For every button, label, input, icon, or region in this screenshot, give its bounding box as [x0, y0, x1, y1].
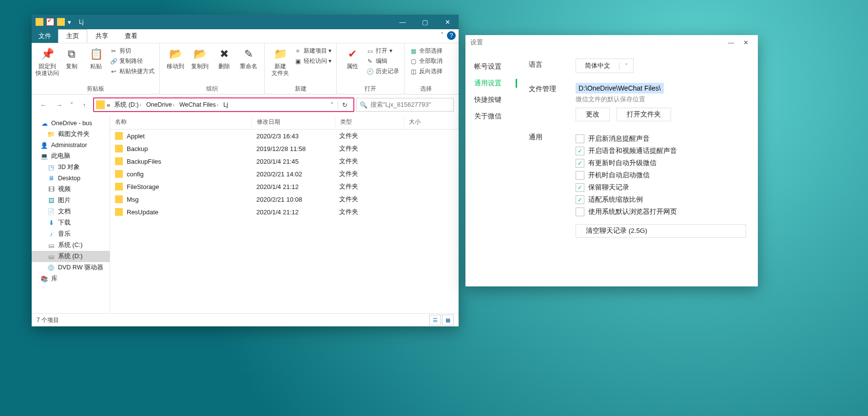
- col-type[interactable]: 类型: [335, 115, 404, 129]
- tree-item[interactable]: 💿DVD RW 驱动器: [32, 262, 110, 273]
- settings-nav-item[interactable]: 帐号设置: [465, 58, 517, 75]
- language-select[interactable]: 简体中文 ˅: [576, 58, 634, 73]
- general-option[interactable]: 开启新消息提醒声音: [576, 134, 746, 143]
- list-row[interactable]: Applet2020/2/3 16:43文件夹: [110, 130, 459, 142]
- delete-button[interactable]: ✖删除: [212, 45, 236, 70]
- select-none-button[interactable]: ▢全部取消: [408, 57, 444, 66]
- general-option[interactable]: ✓适配系统缩放比例: [576, 195, 746, 204]
- settings-nav-item[interactable]: 关于微信: [465, 108, 517, 125]
- easy-access-button[interactable]: ▣轻松访问 ▾: [293, 57, 332, 66]
- close-button[interactable]: ✕: [738, 36, 753, 49]
- tree-item[interactable]: 🖼图片: [32, 195, 110, 206]
- tree-item[interactable]: 🖴系统 (C:): [32, 240, 110, 251]
- pin-quickaccess-button[interactable]: 📌固定到 快速访问: [36, 45, 59, 76]
- general-option[interactable]: ✓有更新时自动升级微信: [576, 159, 746, 168]
- settings-content: 语言 简体中文 ˅ 文件管理 D:\OneDrive\WeChat Files\…: [517, 50, 758, 286]
- close-button[interactable]: ✕: [436, 15, 459, 29]
- col-date[interactable]: 修改日期: [252, 115, 335, 129]
- settings-titlebar[interactable]: 设置 — ✕: [465, 35, 758, 50]
- breadcrumb-path[interactable]: « 系统 (D:)› OneDrive› WeChat Files› Lj ˅ …: [93, 97, 354, 112]
- tree-item[interactable]: 💻此电脑: [32, 151, 110, 162]
- tree-item[interactable]: ♪音乐: [32, 228, 110, 240]
- tree-item-label: 此电脑: [51, 152, 70, 160]
- nav-up-button[interactable]: ↑: [77, 98, 91, 111]
- list-row[interactable]: BackupFiles2020/1/4 21:45文件夹: [110, 155, 459, 168]
- general-option[interactable]: 开机时自动启动微信: [576, 171, 746, 180]
- view-details-button[interactable]: ☰: [429, 315, 441, 325]
- move-to-button[interactable]: 📂移动到: [164, 45, 187, 70]
- nav-forward-button[interactable]: →: [52, 98, 66, 111]
- general-option[interactable]: 使用系统默认浏览器打开网页: [576, 208, 746, 216]
- view-icons-button[interactable]: ▦: [442, 315, 454, 325]
- nav-back-button[interactable]: ←: [37, 98, 50, 111]
- minimize-button[interactable]: —: [724, 36, 738, 49]
- rename-button[interactable]: ✎重命名: [237, 45, 260, 70]
- change-path-button[interactable]: 更改: [576, 108, 610, 121]
- open-folder-button[interactable]: 打开文件夹: [617, 108, 671, 121]
- invert-selection-button[interactable]: ◫反向选择: [408, 67, 444, 76]
- tab-view[interactable]: 查看: [116, 29, 146, 43]
- quick-access-toolbar: ▾: [32, 15, 75, 29]
- refresh-button[interactable]: ↻: [338, 101, 351, 109]
- list-row[interactable]: Backup2019/12/28 11:58文件夹: [110, 142, 459, 155]
- list-row[interactable]: ResUpdate2020/1/4 21:12文件夹: [110, 206, 459, 218]
- settings-title: 设置: [470, 38, 483, 47]
- list-row[interactable]: config2020/2/21 14:02文件夹: [110, 168, 459, 180]
- copy-button[interactable]: ⧉复制: [60, 45, 83, 70]
- breadcrumb-item[interactable]: Lj: [221, 101, 230, 108]
- tab-share[interactable]: 共享: [87, 29, 116, 43]
- tree-item[interactable]: 📚库: [32, 273, 110, 284]
- list-header[interactable]: 名称 修改日期 类型 大小: [110, 115, 459, 130]
- copy-to-button[interactable]: 📂复制到: [188, 45, 212, 70]
- breadcrumb-item[interactable]: OneDrive›: [144, 101, 176, 108]
- help-icon[interactable]: ?: [447, 31, 456, 40]
- col-name[interactable]: 名称: [110, 115, 252, 129]
- new-item-button[interactable]: ✧新建项目 ▾: [293, 46, 332, 56]
- nav-recent-button[interactable]: ˅: [68, 98, 76, 111]
- paste-shortcut-button[interactable]: ↩粘贴快捷方式: [109, 67, 155, 76]
- tab-home[interactable]: 主页: [58, 29, 87, 43]
- tree-item[interactable]: 👤Administrator: [32, 140, 110, 151]
- paste-button[interactable]: 📋粘贴: [84, 45, 108, 70]
- tree-item[interactable]: 🖥Desktop: [32, 173, 110, 184]
- nav-tree[interactable]: ☁OneDrive - bus📁截图文件夹👤Administrator💻此电脑◳…: [32, 115, 110, 313]
- general-option[interactable]: ✓保留聊天记录: [576, 183, 746, 192]
- checkbox-icon: [576, 171, 584, 180]
- list-row[interactable]: FileStorage2020/1/4 21:12文件夹: [110, 180, 459, 193]
- settings-nav-item[interactable]: 快捷按键: [465, 92, 517, 108]
- list-row[interactable]: Msg2020/2/21 10:08文件夹: [110, 193, 459, 206]
- copy-path-button[interactable]: 🔗复制路径: [109, 57, 155, 66]
- minimize-button[interactable]: —: [391, 15, 414, 29]
- col-size[interactable]: 大小: [404, 115, 459, 129]
- edit-button[interactable]: ✎编辑: [365, 57, 400, 66]
- cut-button[interactable]: ✂剪切: [109, 46, 155, 56]
- breadcrumb-item[interactable]: 系统 (D:)›: [112, 101, 143, 109]
- open-button[interactable]: ▭打开 ▾: [365, 46, 400, 56]
- select-all-button[interactable]: ▦全部选择: [408, 46, 444, 56]
- titlebar[interactable]: ▾ Lj — ▢ ✕: [32, 15, 459, 29]
- tree-item[interactable]: 📁截图文件夹: [32, 129, 110, 140]
- tree-item[interactable]: ☁OneDrive - bus: [32, 118, 110, 129]
- file-list[interactable]: 名称 修改日期 类型 大小 Applet2020/2/3 16:43文件夹Bac…: [110, 115, 459, 313]
- properties-button[interactable]: ✔属性: [341, 45, 364, 70]
- qat-overflow-icon[interactable]: ▾: [68, 19, 71, 26]
- path-dropdown-icon[interactable]: ˅: [328, 101, 337, 109]
- breadcrumb-item[interactable]: WeChat Files›: [177, 101, 220, 108]
- tree-item[interactable]: 📄文档: [32, 206, 110, 217]
- qat-checkbox-icon[interactable]: [46, 18, 54, 26]
- search-input[interactable]: 🔍 搜索"Ljx_815627793": [356, 98, 454, 112]
- history-button[interactable]: 🕘历史记录: [365, 67, 400, 76]
- general-option[interactable]: ✓开启语音和视频通话提醒声音: [576, 147, 746, 155]
- pin-icon: 📌: [39, 46, 55, 62]
- maximize-button[interactable]: ▢: [414, 15, 436, 29]
- tree-item[interactable]: 🎞视频: [32, 184, 110, 195]
- settings-nav-item[interactable]: 通用设置: [465, 75, 517, 92]
- file-menu[interactable]: 文件: [32, 29, 58, 43]
- new-folder-button[interactable]: 📁新建 文件夹: [269, 45, 292, 76]
- tree-item[interactable]: ◳3D 对象: [32, 162, 110, 173]
- file-path-field[interactable]: D:\OneDrive\WeChat Files\: [576, 83, 664, 94]
- tree-item[interactable]: ⬇下载: [32, 217, 110, 228]
- tree-item[interactable]: 🖴系统 (D:): [32, 251, 110, 262]
- clear-history-button[interactable]: 清空聊天记录 (2.5G): [576, 224, 746, 238]
- ribbon-collapse-icon[interactable]: ˄: [441, 31, 444, 38]
